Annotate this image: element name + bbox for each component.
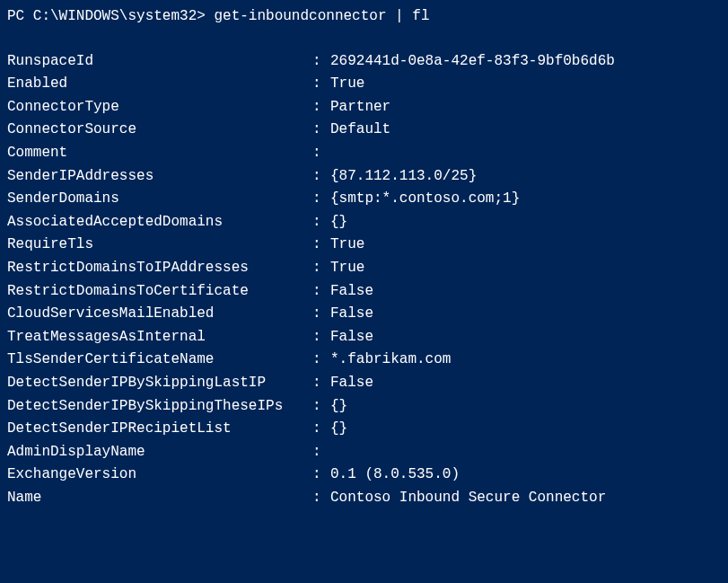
property-name: AssociatedAcceptedDomains xyxy=(7,211,312,234)
property-name: ExchangeVersion xyxy=(7,464,312,487)
property-value: {} xyxy=(330,211,347,234)
output-line: ConnectorSource:Default xyxy=(7,119,721,142)
property-name: ConnectorType xyxy=(7,96,312,119)
property-separator: : xyxy=(312,188,330,211)
property-separator: : xyxy=(312,234,330,257)
property-value: False xyxy=(330,326,373,349)
property-name: RequireTls xyxy=(7,234,312,257)
property-separator: : xyxy=(312,349,330,372)
output-line: TreatMessagesAsInternal:False xyxy=(7,326,721,349)
property-separator: : xyxy=(312,395,330,419)
property-name: DetectSenderIPBySkippingLastIP xyxy=(7,372,312,395)
property-separator: : xyxy=(312,257,330,280)
property-name: Comment xyxy=(7,142,312,165)
property-value: False xyxy=(330,303,373,326)
output-line: RestrictDomainsToCertificate:False xyxy=(7,280,721,304)
command-output: RunspaceId:2692441d-0e8a-42ef-83f3-9bf0b… xyxy=(7,50,721,510)
property-value: {} xyxy=(330,418,347,441)
output-line: TlsSenderCertificateName:*.fabrikam.com xyxy=(7,349,721,372)
output-line: SenderDomains:{smtp:*.contoso.com;1} xyxy=(7,188,721,211)
property-separator: : xyxy=(312,326,330,349)
property-value: {smtp:*.contoso.com;1} xyxy=(330,188,520,211)
property-name: DetectSenderIPRecipietList xyxy=(7,418,312,441)
output-line: SenderIPAddresses:{87.112.113.0/25} xyxy=(7,165,721,189)
property-value: True xyxy=(330,73,364,96)
property-value: {87.112.113.0/25} xyxy=(330,165,477,189)
property-value: {} xyxy=(330,395,347,419)
property-separator: : xyxy=(312,303,330,326)
output-line: AdminDisplayName: xyxy=(7,441,721,464)
output-line: DetectSenderIPBySkippingLastIP:False xyxy=(7,372,721,395)
property-name: RunspaceId xyxy=(7,50,312,74)
command-line: PC C:\WINDOWS\system32> get-inboundconne… xyxy=(7,5,721,29)
command-text[interactable]: get-inboundconnector | fl xyxy=(214,8,429,24)
property-value: Default xyxy=(330,119,390,142)
property-name: AdminDisplayName xyxy=(7,441,312,464)
property-value: False xyxy=(330,280,373,304)
output-line: ConnectorType:Partner xyxy=(7,96,721,119)
output-line: Enabled:True xyxy=(7,73,721,96)
property-name: ConnectorSource xyxy=(7,119,312,142)
output-line: CloudServicesMailEnabled:False xyxy=(7,303,721,326)
property-separator: : xyxy=(312,119,330,142)
property-name: SenderIPAddresses xyxy=(7,165,312,189)
property-value: Contoso Inbound Secure Connector xyxy=(330,487,606,510)
property-separator: : xyxy=(312,73,330,96)
property-name: DetectSenderIPBySkippingTheseIPs xyxy=(7,395,312,419)
property-value: 0.1 (8.0.535.0) xyxy=(330,464,460,487)
property-separator: : xyxy=(312,418,330,441)
property-separator: : xyxy=(312,50,330,74)
property-name: TlsSenderCertificateName xyxy=(7,349,312,372)
property-name: Name xyxy=(7,487,312,510)
property-value: Partner xyxy=(330,96,390,119)
property-name: Enabled xyxy=(7,73,312,96)
property-separator: : xyxy=(312,487,330,510)
property-separator: : xyxy=(312,441,330,464)
property-name: SenderDomains xyxy=(7,188,312,211)
property-name: RestrictDomainsToCertificate xyxy=(7,280,312,304)
property-value: 2692441d-0e8a-42ef-83f3-9bf0b6d6b xyxy=(330,50,615,74)
output-line: RestrictDomainsToIPAddresses:True xyxy=(7,257,721,280)
property-separator: : xyxy=(312,464,330,487)
output-line: ExchangeVersion:0.1 (8.0.535.0) xyxy=(7,464,721,487)
output-line: DetectSenderIPRecipietList:{} xyxy=(7,418,721,441)
property-separator: : xyxy=(312,372,330,395)
property-name: TreatMessagesAsInternal xyxy=(7,326,312,349)
output-line: DetectSenderIPBySkippingTheseIPs:{} xyxy=(7,395,721,419)
output-line: Name:Contoso Inbound Secure Connector xyxy=(7,487,721,510)
property-value: *.fabrikam.com xyxy=(330,349,451,372)
output-line: Comment: xyxy=(7,142,721,165)
property-separator: : xyxy=(312,165,330,189)
property-separator: : xyxy=(312,142,330,165)
output-line: RequireTls:True xyxy=(7,234,721,257)
property-name: CloudServicesMailEnabled xyxy=(7,303,312,326)
property-value: True xyxy=(330,257,364,280)
property-name: RestrictDomainsToIPAddresses xyxy=(7,257,312,280)
property-separator: : xyxy=(312,211,330,234)
output-line: AssociatedAcceptedDomains:{} xyxy=(7,211,721,234)
output-line: RunspaceId:2692441d-0e8a-42ef-83f3-9bf0b… xyxy=(7,50,721,74)
property-value: False xyxy=(330,372,373,395)
property-separator: : xyxy=(312,280,330,304)
property-value: True xyxy=(330,234,364,257)
prompt-text: PC C:\WINDOWS\system32> xyxy=(7,8,206,24)
property-separator: : xyxy=(312,96,330,119)
